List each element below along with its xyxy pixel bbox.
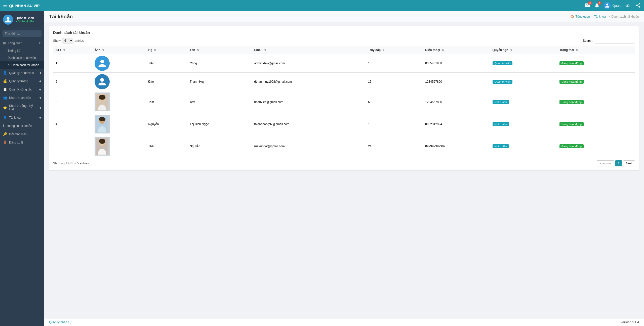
sidebar-item-nhomnv[interactable]: 👥 Nhóm nhân viên ◀ [0,94,44,102]
badge-quyenhan-4: Nhân viên [493,144,509,148]
sort-stt[interactable]: ⇅ [63,49,65,52]
sidebar-item-doimatkhau[interactable]: 🔑 Đổi mật khẩu [0,130,44,138]
badge-trangthai-1: Đang hoạt động [559,80,584,84]
header-right: 3 5 Quản trị viên [585,2,641,9]
sidebar-item-tongquan[interactable]: ⊞ Tổng quan ▼ [0,39,44,47]
tongquan-icon: ⊞ [3,41,6,45]
cell-quyenhan-4: Nhân viên [490,135,557,157]
cell-quyenhan-1: Quản trị viên [490,73,557,91]
pagination: Previous 1 Next [597,160,635,166]
sort-email[interactable]: ⇅ [264,49,266,52]
sort-trangthai[interactable]: ⇅ [576,49,578,52]
badge-trangthai-4: Đang hoạt động [559,144,584,148]
sidebar-item-quanlynv[interactable]: 👤 Quản lý Nhân viên ◀ [0,69,44,77]
cell-truycap-0: 1 [366,54,423,73]
dangxuat-icon: 🚪 [3,141,7,144]
sidebar-avatar [3,15,13,25]
header: ☰ QL NHAN SU VIP 3 5 Quản trị viên [0,0,644,11]
previous-button[interactable]: Previous [597,160,614,166]
user-avatar-icon [605,3,610,8]
tongquan-arrow: ▼ [38,42,41,44]
th-quyenhan: Quyền hạn ⇅ [490,46,557,54]
sidebar-item-quanlycongtak[interactable]: 📋 Quản lý công tác ◀ [0,85,44,94]
footer-link[interactable]: Quản lý nhân sự. [49,320,72,324]
sort-quyenhan[interactable]: ⇅ [510,49,512,52]
show-label: Show [53,39,61,42]
breadcrumb-home[interactable]: Tổng quan [576,15,590,18]
sidebar-item-thongtintk[interactable]: ℹ Thông tin tài khoản [0,122,44,130]
svg-point-5 [99,117,106,121]
sort-dienthoai[interactable]: ⇅ [442,49,444,52]
search-input-table[interactable] [595,38,635,43]
cell-quyenhan-0: Quản trị viên [490,54,557,73]
cell-avatar-1 [92,73,146,91]
cell-quyenhan-2: Nhân viên [490,91,557,113]
cell-email-3: thienhoang97@gmail.com [252,113,366,135]
sidebar-item-thongke[interactable]: Thống kê [0,47,44,54]
page-1-button[interactable]: 1 [615,160,622,166]
sidebar-item-dstaikhoan[interactable]: ○ Danh sách tài khoản [0,61,44,69]
bell-badge: 5 [598,1,601,5]
sort-ho[interactable]: ⇅ [154,49,156,52]
sidebar-label-quanlyluong: Quản lý lương [9,79,37,83]
th-truycap: Truy cập ⇅ [366,46,423,54]
footer-version-number: 1.1.4 [632,320,639,324]
sidebar-item-khenthuong[interactable]: ⭐ Khen thưởng - Kỷ luật ◀ [0,102,44,113]
khenthuong-icon: ⭐ [3,106,7,110]
th-ten: Tên ⇅ [187,46,252,54]
badge-trangthai-0: Đang hoạt động [559,61,584,65]
cell-trangthai-3: Đang hoạt động [557,113,635,135]
sidebar-label-thongke: Thống kê [8,49,20,53]
sidebar-label-quanlynv: Quản lý Nhân viên [9,71,37,75]
sidebar-item-taikhoan[interactable]: 👤 Tài khoản ◀ [0,113,44,122]
sidebar-search [0,28,44,39]
th-stt: STT ⇅ [53,46,92,54]
quanlynv-arrow: ◀ [39,71,41,74]
cell-dienthoai-2: 1234567890 [423,91,490,113]
cell-ho-2: Test [146,91,187,113]
table-controls: Show 6 10 25 50 entries Search: [53,38,635,43]
breadcrumb-sep1: › [591,15,592,18]
mail-icon-wrap[interactable]: 3 [585,3,590,9]
share-icon-wrap[interactable] [635,3,641,9]
entries-label: entries [75,39,84,42]
search-box: Search: [583,38,635,43]
sidebar-item-dshanvien[interactable]: Danh sách nhân viên [0,54,44,61]
badge-trangthai-2: Đang hoạt động [559,100,584,104]
sort-anh[interactable]: ⇅ [102,49,104,52]
sidebar-item-quanlyluong[interactable]: 💰 Quản lý lương ◀ [0,77,44,85]
th-email: Email ⇅ [252,46,366,54]
sidebar-label-dshanvien: Danh sách nhân viên [8,56,36,60]
quanlycongtak-arrow: ◀ [39,88,41,91]
footer: Quản lý nhân sự. Version 1.1.4 [44,318,644,326]
sidebar-item-dangxuat[interactable]: 🚪 Đăng xuất [0,138,44,147]
th-trangthai: Trạng thái ⇅ [557,46,635,54]
table-row: 5 TháiNguyễnruakundor@gmail.com210999999… [53,135,635,157]
breadcrumb: 🏠 Tổng quan › Tài khoản › Danh sách tài … [570,15,639,18]
cell-ten-3: Thị Bích Ngọc [187,113,252,135]
badge-quyenhan-2: Nhân viên [493,100,509,104]
sort-truycap[interactable]: ⇅ [382,49,384,52]
next-button[interactable]: Next [623,160,635,166]
cell-stt-3: 4 [53,113,92,135]
search-input[interactable] [3,30,42,37]
breadcrumb-parent[interactable]: Tài khoản [594,15,607,18]
taikhoan-arrow: ◀ [39,116,41,119]
sidebar-user-role: Quản trị viên [16,20,34,23]
hamburger-icon[interactable]: ☰ [3,3,7,8]
accounts-table: STT ⇅ Ảnh ⇅ Họ ⇅ Tên ⇅ Email ⇅ Truy cập … [53,46,635,157]
cell-stt-1: 2 [53,73,92,91]
cell-ten-0: Công [187,54,252,73]
taikhoan-icon: 👤 [3,116,7,119]
sort-ten[interactable]: ⇅ [197,49,199,52]
badge-quyenhan-3: Nhân viên [493,122,509,126]
bell-icon-wrap[interactable]: 5 [594,3,600,9]
content-header: Tài khoản 🏠 Tổng quan › Tài khoản › Danh… [44,11,644,22]
header-user[interactable]: Quản trị viên [604,2,631,9]
cell-truycap-3: 1 [366,113,423,135]
cell-trangthai-4: Đang hoạt động [557,135,635,157]
thongtintk-icon: ℹ [3,124,4,128]
quanlycongtak-icon: 📋 [3,87,7,91]
badge-trangthai-3: Đang hoạt động [559,122,584,126]
entries-select[interactable]: 6 10 25 50 [62,38,73,43]
